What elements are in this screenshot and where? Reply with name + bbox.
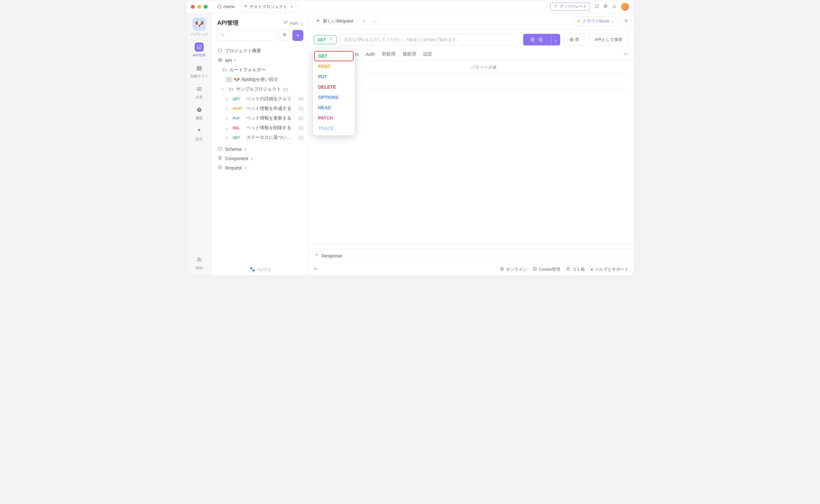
- endpoint-item[interactable]: ▸ PUT ペット情報を更新する (2): [215, 113, 306, 123]
- tab-auth-label: Auth: [366, 52, 375, 57]
- chevron-up-icon: ⌃: [315, 253, 318, 258]
- sidebar-title: API管理: [217, 19, 239, 27]
- root-folder[interactable]: ルートフォルダー: [215, 65, 306, 75]
- close-tab-icon[interactable]: ×: [290, 4, 293, 9]
- user-avatar[interactable]: [621, 3, 629, 11]
- tab-more-button[interactable]: ⋯: [370, 18, 381, 24]
- project-tab[interactable]: テストプロジェクト ×: [240, 2, 297, 11]
- bell-icon[interactable]: [612, 4, 616, 9]
- method-option-put[interactable]: PUT: [314, 72, 354, 82]
- apidog-guide[interactable]: M 🐶 Apidogを使い回す: [215, 75, 306, 84]
- filter-icon: [282, 33, 287, 38]
- method-selector[interactable]: GET GET POST PUT DELETE OPTIONS HEAD PAT…: [314, 35, 337, 44]
- tab-post-script[interactable]: 後処理: [403, 51, 416, 57]
- project-tab-label: テストプロジェクト: [249, 4, 287, 10]
- root-folder-label: ルートフォルダー: [229, 67, 266, 73]
- statusbar: オンライン Cookie管理 ゴミ箱 ● ヘルプとサポート: [309, 263, 634, 276]
- method-option-post[interactable]: POST: [314, 61, 354, 72]
- method-option-delete[interactable]: DELETE: [314, 82, 354, 92]
- gear-icon[interactable]: [603, 4, 608, 9]
- close-window-icon[interactable]: [191, 5, 195, 9]
- markdown-icon: M: [226, 77, 232, 82]
- sample-project-folder[interactable]: ▾ サンプルプロジェクト (5): [215, 84, 306, 94]
- collapse-sidebar-icon[interactable]: [314, 267, 318, 272]
- endpoint-label: ペット情報を更新する: [246, 115, 291, 121]
- send-button[interactable]: 送 信: [523, 34, 552, 45]
- rail-invite[interactable]: 招待: [195, 255, 204, 270]
- method-badge: POST: [233, 107, 244, 111]
- api-root-icon: 96: [217, 58, 223, 63]
- rail-api[interactable]: 96 API管理: [193, 43, 206, 58]
- help-icon: ●: [591, 267, 593, 272]
- response-section-header[interactable]: ⌃ Response: [309, 248, 634, 263]
- rail-api-label: API管理: [193, 53, 206, 58]
- rail-invite-label: 招待: [196, 266, 203, 270]
- endpoint-label: ペット情報を削除する: [246, 125, 291, 131]
- request-bar: GET GET POST PUT DELETE OPTIONS HEAD PAT…: [309, 29, 634, 50]
- resize-handle[interactable]: ⋯: [309, 244, 634, 248]
- url-input[interactable]: 完全なURLを入力してください。httpまたはhttpsで始めます。: [340, 34, 520, 45]
- tab-auth[interactable]: Auth: [366, 52, 375, 57]
- status-cookie[interactable]: Cookie管理: [533, 267, 560, 272]
- svg-point-12: [221, 34, 224, 36]
- chevron-right-icon: ▸: [226, 117, 231, 120]
- svg-text:96: 96: [198, 46, 200, 48]
- rocket-icon: [554, 4, 558, 9]
- method-option-get[interactable]: GET: [314, 51, 354, 61]
- tab-pre-label: 前処理: [382, 51, 395, 57]
- add-tab-button[interactable]: +: [358, 18, 370, 24]
- status-help[interactable]: ● ヘルプとサポート: [591, 267, 629, 272]
- maximize-window-icon[interactable]: [204, 5, 208, 9]
- sidebar-tree: プロジェクト概要 96 API ▾ ルートフォルダー M 🐶 Apidogを使い…: [212, 45, 308, 263]
- code-icon[interactable]: [623, 52, 628, 57]
- component-section[interactable]: Component ▸: [215, 154, 306, 163]
- upgrade-button[interactable]: アップグレード: [550, 3, 590, 11]
- workspace-avatar[interactable]: 🐶 パブリック: [190, 18, 208, 37]
- rail-share[interactable]: 共有: [195, 84, 204, 100]
- home-tab[interactable]: Home: [214, 3, 238, 11]
- method-option-trace[interactable]: TRACE: [314, 123, 354, 133]
- method-option-patch[interactable]: PATCH: [314, 113, 354, 123]
- sidebar-search[interactable]: [217, 30, 276, 41]
- project-overview[interactable]: プロジェクト概要: [215, 46, 306, 56]
- status-online-label: オンライン: [506, 267, 527, 272]
- endpoint-item[interactable]: ▸ POST ペット情報を作成する (1): [215, 104, 306, 113]
- endpoint-item[interactable]: ▸ GET ペットの詳細をクエリ (4): [215, 94, 306, 104]
- history-icon: [195, 105, 204, 114]
- save-button[interactable]: 保 存: [563, 34, 585, 45]
- endpoint-label: ペット情報を作成する: [246, 106, 291, 111]
- endpoint-item[interactable]: ▸ GET ステータスに基づい… (2): [215, 133, 306, 142]
- rail-settings[interactable]: 設定: [195, 126, 204, 141]
- minimize-window-icon[interactable]: [197, 5, 201, 9]
- method-option-head[interactable]: HEAD: [314, 102, 354, 113]
- send-dropdown[interactable]: ⌄: [551, 34, 560, 45]
- tab-settings[interactable]: 設定: [423, 51, 432, 57]
- status-trash[interactable]: ゴミ箱: [566, 267, 585, 272]
- tab-pre-script[interactable]: 前処理: [382, 51, 395, 57]
- overview-icon: [217, 48, 223, 54]
- chevron-down-icon: ⌄: [554, 37, 558, 42]
- request-tab[interactable]: 新しいRequest: [311, 16, 358, 27]
- params-add-row[interactable]: を追加: [315, 74, 628, 88]
- refresh-icon[interactable]: [595, 4, 599, 9]
- api-root[interactable]: 96 API ▾: [215, 56, 306, 65]
- endpoint-count: (2): [298, 135, 303, 140]
- request-section[interactable]: Request ▸: [215, 163, 306, 172]
- svg-point-0: [556, 5, 556, 6]
- save-as-api-button[interactable]: APIとして保存: [589, 34, 629, 45]
- layout-menu-button[interactable]: [621, 16, 631, 26]
- endpoint-item[interactable]: ▸ DEL ペット情報を削除する (1): [215, 123, 306, 133]
- rail-history[interactable]: 履歴: [195, 105, 204, 121]
- method-badge: GET: [233, 97, 244, 101]
- home-label: Home: [223, 4, 235, 9]
- mock-env-selector[interactable]: ✦ クラウドMock ⌄: [573, 16, 618, 26]
- send-label: 送 信: [530, 37, 544, 43]
- method-option-options[interactable]: OPTIONS: [314, 92, 354, 102]
- branch-selector[interactable]: main ⌄: [284, 20, 303, 25]
- schema-section[interactable]: Schema ▸: [215, 144, 306, 154]
- status-online[interactable]: オンライン: [500, 267, 527, 272]
- sidebar-add[interactable]: +: [292, 30, 303, 41]
- sidebar-filter[interactable]: [279, 30, 290, 41]
- method-badge: DEL: [233, 126, 244, 130]
- rail-autotest[interactable]: 自動テスト: [190, 63, 208, 79]
